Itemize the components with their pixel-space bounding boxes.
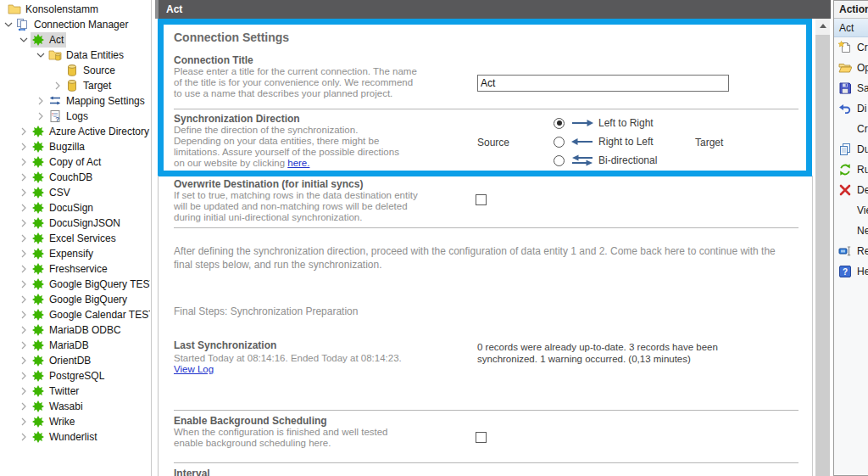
sync-direction-option[interactable]: Right to Left [554,132,657,151]
tree-item[interactable]: Data Entities [0,48,150,63]
tree-chevron-icon[interactable] [17,216,31,230]
tree-item[interactable]: MariaDB [0,338,150,353]
action-item[interactable]: Di [834,98,868,119]
tree-item[interactable]: Twitter [0,384,150,399]
action-item[interactable]: Sa [834,78,868,98]
overwrite-checkbox[interactable] [476,194,487,205]
tree-chevron-icon[interactable] [17,415,31,428]
tree-item-icon [7,3,21,16]
tree-item[interactable]: Google BigQuery TEST [0,277,150,292]
tree-chevron-icon[interactable] [17,339,31,352]
tree-item[interactable]: Target [0,78,150,93]
action-item[interactable]: Ru [834,160,868,180]
scheduling-checkbox[interactable] [476,432,487,443]
tree-chevron-icon[interactable] [34,48,47,62]
tree-item-label: Wrike [48,416,75,428]
radio-button[interactable] [554,155,565,166]
scroll-up-button[interactable] [815,19,830,33]
tree-item[interactable]: Copy of Act [0,154,150,170]
last-sync-heading: Last Synchronization [174,339,402,351]
tree-item[interactable]: Freshservice [0,261,150,277]
tree-item[interactable]: CouchDB [0,170,150,185]
tree-item-label: Bugzilla [48,141,85,153]
action-item[interactable]: ? He [834,261,868,282]
tree-chevron-icon[interactable] [17,171,31,184]
tree-chevron-icon[interactable] [17,308,31,322]
tree-item[interactable]: Wunderlist [0,429,150,445]
tree-item-icon [47,94,62,108]
tree-item[interactable]: Act [0,32,150,48]
tree-chevron-icon[interactable] [17,400,31,413]
tree-item[interactable]: Konsolenstamm [0,2,150,17]
tree-chevron-icon[interactable] [17,33,31,47]
tree-item[interactable]: Source [0,63,150,78]
website-here-link[interactable]: here. [287,158,309,168]
sync-direction-option[interactable]: Bi-directional [554,151,657,170]
tree-chevron-icon[interactable] [17,262,31,276]
action-item[interactable]: Cr [834,119,868,139]
tree-item[interactable]: Wasabi [0,399,150,414]
tree-chevron-icon[interactable] [51,79,64,92]
action-item[interactable]: De [834,180,868,200]
tree-item-icon [31,201,45,215]
action-item[interactable]: Op [834,58,868,78]
connection-title-desc: Please enter a title for the current con… [174,66,417,77]
tree-chevron-icon[interactable] [17,186,31,199]
tree-splitter[interactable] [151,0,152,476]
tree-chevron-icon[interactable] [17,354,31,367]
tree-item[interactable]: DocuSign [0,200,150,216]
tree-chevron-icon[interactable] [17,323,31,337]
tree-item[interactable]: Google BigQuery [0,292,150,307]
vertical-scrollbar[interactable] [815,19,830,476]
tree-chevron-icon[interactable] [17,125,31,138]
tree-item-label: Konsolenstamm [25,3,98,15]
radio-button[interactable] [554,118,565,129]
action-item[interactable]: Cr [834,37,868,58]
tree-chevron-icon[interactable] [17,430,31,444]
action-item[interactable]: Re [834,241,868,261]
tree-item[interactable]: ? Logs [0,109,150,124]
tree-item[interactable]: Wrike [0,414,150,429]
tree-chevron-icon[interactable] [17,247,31,260]
tree-chevron-icon[interactable] [34,109,47,123]
scrollbar-thumb[interactable] [815,35,830,476]
action-icon [837,122,852,136]
tree-chevron-icon[interactable] [17,140,31,154]
action-item[interactable]: Du [834,139,868,160]
tree-chevron-icon[interactable] [34,94,47,108]
tree-item[interactable]: Mapping Settings [0,93,150,109]
tree-item-icon [31,125,45,138]
tree-item[interactable]: Excel Services [0,231,150,246]
sync-direction-option[interactable]: Left to Right [554,114,657,132]
tree-item-icon [31,415,45,428]
tree-item[interactable]: CSV [0,185,150,200]
tree-chevron-icon[interactable] [17,232,31,245]
tree-item[interactable]: OrientDB [0,353,150,368]
tree-chevron-icon[interactable] [17,201,31,215]
tree-chevron-icon[interactable] [2,18,15,31]
tree-item[interactable]: PostgreSQL [0,368,150,384]
tree-chevron-icon[interactable] [17,293,31,306]
tree-chevron-icon[interactable] [17,369,31,383]
action-label: Di [857,103,866,115]
view-log-link[interactable]: View Log [174,364,214,374]
tree-chevron-icon[interactable] [17,277,31,291]
tree-chevron-icon[interactable] [17,384,31,398]
tree-item[interactable]: Bugzilla [0,139,150,154]
tree-chevron-icon[interactable] [51,64,64,77]
direction-arrow-icon [570,116,595,130]
tree-item[interactable]: Connection Manager [0,17,150,32]
tree-item[interactable]: Google Calendar TEST [0,307,150,322]
action-item[interactable]: Ne [834,221,868,241]
connection-title-input[interactable] [477,75,729,92]
tree-item[interactable]: MariaDB ODBC [0,322,150,338]
section-divider [174,227,798,228]
tree-item[interactable]: Expensify [0,246,150,261]
tree-item[interactable]: DocuSignJSON [0,216,150,231]
action-label: He [857,266,868,277]
action-item[interactable]: Vie [834,200,868,221]
panel-left-border [158,176,159,476]
radio-button[interactable] [554,137,565,148]
tree-item[interactable]: Azure Active Directory [0,124,150,139]
tree-chevron-icon[interactable] [17,155,31,169]
